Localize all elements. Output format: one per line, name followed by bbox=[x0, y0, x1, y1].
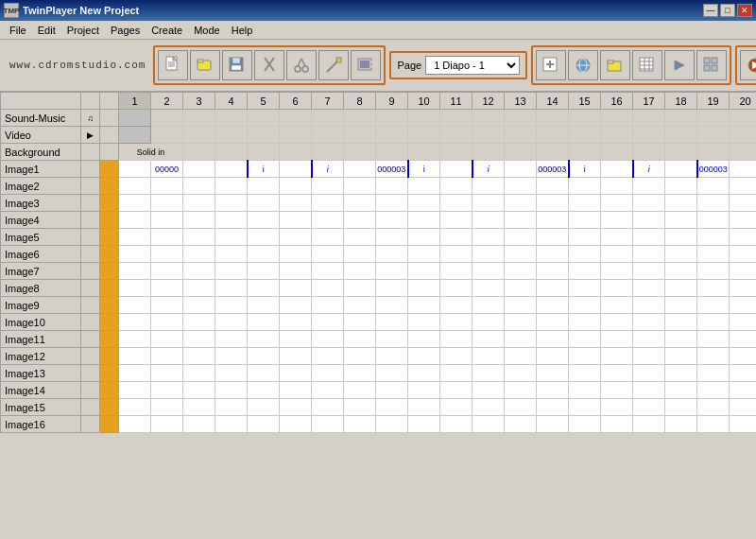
cell-r3-c7[interactable]: i bbox=[312, 161, 344, 178]
cell-r16-c5[interactable] bbox=[248, 382, 280, 399]
cell-r8-c15[interactable] bbox=[569, 246, 601, 263]
cell-r4-c19[interactable] bbox=[697, 178, 730, 195]
cell-r12-c17[interactable] bbox=[633, 314, 665, 331]
cell-r17-c6[interactable] bbox=[280, 399, 312, 416]
cell-r0-c7[interactable] bbox=[312, 110, 344, 127]
cell-r7-c10[interactable] bbox=[408, 229, 440, 246]
cell-r9-c9[interactable] bbox=[376, 263, 408, 280]
cell-r5-c5[interactable] bbox=[248, 195, 280, 212]
cell-r12-c4[interactable] bbox=[215, 314, 248, 331]
cell-r17-c18[interactable] bbox=[665, 399, 697, 416]
cell-r18-c20[interactable] bbox=[730, 416, 757, 433]
cell-r18-c15[interactable] bbox=[569, 416, 601, 433]
cell-r3-c13[interactable] bbox=[505, 161, 537, 178]
cell-r1-c20[interactable] bbox=[730, 127, 757, 144]
cell-r16-c2[interactable] bbox=[151, 382, 183, 399]
cell-r10-c11[interactable] bbox=[440, 280, 472, 297]
cell-r0-c19[interactable] bbox=[697, 110, 730, 127]
cell-r1-c16[interactable] bbox=[601, 127, 633, 144]
cell-r2-c9[interactable] bbox=[376, 144, 408, 161]
cell-r13-c14[interactable] bbox=[537, 331, 569, 348]
cell-r15-c13[interactable] bbox=[505, 365, 537, 382]
row-thumb-6[interactable] bbox=[100, 212, 119, 229]
cell-r14-c1[interactable] bbox=[119, 348, 151, 365]
cell-r5-c9[interactable] bbox=[376, 195, 408, 212]
wand-button[interactable] bbox=[318, 50, 349, 80]
cell-r0-c17[interactable] bbox=[633, 110, 665, 127]
row-thumb-17[interactable] bbox=[100, 399, 119, 416]
cell-r13-c2[interactable] bbox=[151, 331, 183, 348]
cell-r15-c20[interactable] bbox=[730, 365, 757, 382]
cell-r11-c13[interactable] bbox=[505, 297, 537, 314]
cell-r3-c3[interactable] bbox=[183, 161, 215, 178]
cell-r3-c10[interactable]: i bbox=[408, 161, 440, 178]
row-thumb-16[interactable] bbox=[100, 382, 119, 399]
cell-r3-c4[interactable] bbox=[215, 161, 248, 178]
cell-r10-c13[interactable] bbox=[505, 280, 537, 297]
row-thumb-12[interactable] bbox=[100, 314, 119, 331]
cell-r17-c13[interactable] bbox=[505, 399, 537, 416]
cell-r0-c1[interactable] bbox=[119, 110, 151, 127]
cell-r3-c2[interactable]: 00000 bbox=[151, 161, 183, 178]
minimize-button[interactable]: — bbox=[703, 4, 718, 17]
cell-r14-c19[interactable] bbox=[697, 348, 730, 365]
cell-r8-c3[interactable] bbox=[183, 246, 215, 263]
open-button[interactable] bbox=[190, 50, 220, 80]
cell-r8-c19[interactable] bbox=[697, 246, 730, 263]
cell-r9-c4[interactable] bbox=[215, 263, 248, 280]
cell-r16-c9[interactable] bbox=[376, 382, 408, 399]
cell-r9-c16[interactable] bbox=[601, 263, 633, 280]
page-table-button[interactable] bbox=[632, 50, 662, 80]
cell-r13-c19[interactable] bbox=[697, 331, 730, 348]
cell-r9-c7[interactable] bbox=[312, 263, 344, 280]
cell-r13-c20[interactable] bbox=[730, 331, 757, 348]
cell-r16-c19[interactable] bbox=[697, 382, 730, 399]
cell-r1-c9[interactable] bbox=[376, 127, 408, 144]
cell-r14-c7[interactable] bbox=[312, 348, 344, 365]
cell-r10-c16[interactable] bbox=[601, 280, 633, 297]
cell-r6-c8[interactable] bbox=[344, 212, 376, 229]
cell-r14-c11[interactable] bbox=[440, 348, 472, 365]
cell-r14-c16[interactable] bbox=[601, 348, 633, 365]
cell-r1-c4[interactable] bbox=[215, 127, 248, 144]
cell-r8-c8[interactable] bbox=[344, 246, 376, 263]
cell-r13-c7[interactable] bbox=[312, 331, 344, 348]
cell-r12-c2[interactable] bbox=[151, 314, 183, 331]
cell-r1-c14[interactable] bbox=[537, 127, 569, 144]
cell-r7-c11[interactable] bbox=[440, 229, 472, 246]
cell-r5-c18[interactable] bbox=[665, 195, 697, 212]
cell-r4-c15[interactable] bbox=[569, 178, 601, 195]
cell-r0-c16[interactable] bbox=[601, 110, 633, 127]
cell-r13-c10[interactable] bbox=[408, 331, 440, 348]
cell-r17-c2[interactable] bbox=[151, 399, 183, 416]
cell-r6-c10[interactable] bbox=[408, 212, 440, 229]
cell-r4-c2[interactable] bbox=[151, 178, 183, 195]
cell-r14-c10[interactable] bbox=[408, 348, 440, 365]
cell-r0-c10[interactable] bbox=[408, 110, 440, 127]
cell-r5-c20[interactable] bbox=[730, 195, 757, 212]
cell-r11-c6[interactable] bbox=[280, 297, 312, 314]
cell-r4-c17[interactable] bbox=[633, 178, 665, 195]
cell-r2-c20[interactable] bbox=[730, 144, 757, 161]
menu-create[interactable]: Create bbox=[146, 23, 188, 38]
cell-r7-c14[interactable] bbox=[537, 229, 569, 246]
cell-r0-c3[interactable] bbox=[183, 110, 215, 127]
cell-r9-c10[interactable] bbox=[408, 263, 440, 280]
cell-r3-c14[interactable]: 000003 bbox=[537, 161, 569, 178]
cell-r18-c10[interactable] bbox=[408, 416, 440, 433]
cell-r2-c4[interactable] bbox=[215, 144, 248, 161]
cell-r1-c1[interactable] bbox=[119, 127, 151, 144]
cell-r18-c19[interactable] bbox=[697, 416, 730, 433]
cell-r13-c3[interactable] bbox=[183, 331, 215, 348]
page-globe-button[interactable] bbox=[568, 50, 598, 80]
cell-r17-c15[interactable] bbox=[569, 399, 601, 416]
cell-r6-c5[interactable] bbox=[248, 212, 280, 229]
cell-r17-c9[interactable] bbox=[376, 399, 408, 416]
cell-r1-c3[interactable] bbox=[183, 127, 215, 144]
cell-r16-c15[interactable] bbox=[569, 382, 601, 399]
cell-r6-c19[interactable] bbox=[697, 212, 730, 229]
cell-r11-c2[interactable] bbox=[151, 297, 183, 314]
cell-r10-c7[interactable] bbox=[312, 280, 344, 297]
cell-r4-c1[interactable] bbox=[119, 178, 151, 195]
cell-r18-c2[interactable] bbox=[151, 416, 183, 433]
